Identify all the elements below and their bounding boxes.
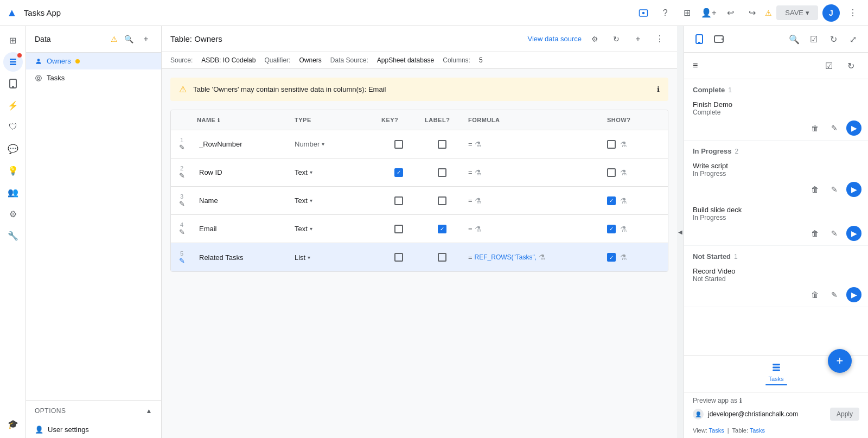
source-label: Source: bbox=[170, 56, 193, 64]
row4-label-checkbox[interactable] bbox=[438, 225, 446, 233]
tablet-preview-btn[interactable] bbox=[710, 30, 727, 48]
columns-value: 5 bbox=[479, 56, 483, 64]
redo-btn[interactable]: ↪ bbox=[743, 4, 761, 22]
go-task-record-video-btn[interactable]: ▶ bbox=[846, 287, 861, 302]
row1-show-checkbox[interactable] bbox=[607, 140, 616, 149]
tasks-nav-label: Tasks bbox=[768, 376, 783, 382]
row2-key-checkbox[interactable] bbox=[394, 168, 403, 177]
task-record-video-title: Record Video bbox=[693, 267, 859, 275]
add-task-fab[interactable]: + bbox=[828, 349, 852, 373]
sidebar-icon-graduation[interactable]: 🎓 bbox=[3, 414, 23, 434]
content-area: Table: Owners View data source ⚙ ↻ + ⋮ S… bbox=[162, 26, 677, 438]
row4-name-input[interactable] bbox=[197, 223, 286, 235]
row2-type-select[interactable]: Text bbox=[295, 168, 308, 176]
row5-show-checkbox[interactable] bbox=[607, 253, 616, 262]
row1-label-checkbox[interactable] bbox=[438, 140, 446, 149]
row3-label-checkbox[interactable] bbox=[438, 196, 446, 205]
view-data-source-link[interactable]: View data source bbox=[528, 35, 582, 43]
row1-formula-flask-icon: ⚗ bbox=[475, 140, 482, 149]
sidebar-icon-data[interactable] bbox=[3, 52, 23, 72]
view-tasks-link[interactable]: Tasks bbox=[709, 427, 724, 434]
delete-task-finish-demo-btn[interactable]: 🗑 bbox=[807, 120, 822, 136]
data-search-btn[interactable]: 🔍 bbox=[122, 33, 135, 46]
row5-name-input[interactable] bbox=[197, 251, 286, 264]
filter-refresh-btn[interactable]: ↻ bbox=[842, 57, 859, 74]
refresh-preview-btn[interactable]: ↻ bbox=[825, 30, 842, 48]
sidebar-icon-mobile[interactable] bbox=[3, 74, 23, 93]
row1-name-input[interactable] bbox=[197, 138, 286, 150]
delete-task-build-slide-deck-btn[interactable]: 🗑 bbox=[807, 226, 822, 241]
sidebar-icon-settings[interactable]: ⚙ bbox=[3, 204, 23, 224]
sidebar-icon-grid[interactable]: ⊞ bbox=[3, 30, 23, 50]
table-tasks-link[interactable]: Tasks bbox=[750, 427, 765, 434]
info-icon[interactable]: ℹ bbox=[657, 85, 660, 93]
row3-show-checkbox[interactable] bbox=[607, 196, 616, 205]
apply-button[interactable]: Apply bbox=[830, 408, 859, 421]
delete-task-write-script-btn[interactable]: 🗑 bbox=[807, 182, 822, 197]
row5-show-flask-icon: ⚗ bbox=[620, 253, 627, 262]
edit-row1-icon[interactable]: ✎ bbox=[177, 143, 187, 151]
save-button[interactable]: SAVE ▾ bbox=[776, 5, 818, 20]
row1-key-checkbox[interactable] bbox=[394, 140, 403, 149]
row5-label-checkbox[interactable] bbox=[438, 253, 446, 262]
user-avatar[interactable]: J bbox=[822, 4, 840, 22]
data-panel-header: Data ⚠ 🔍 + bbox=[26, 26, 161, 53]
sidebar-icon-chat[interactable]: 💬 bbox=[3, 139, 23, 158]
edit-row3-icon[interactable]: ✎ bbox=[177, 200, 187, 208]
row2-name-input[interactable] bbox=[197, 166, 286, 179]
data-table: NAME ℹ TYPE KEY? LABEL? FORMULA SHOW? 1✎… bbox=[170, 110, 668, 272]
delete-task-record-video-btn[interactable]: 🗑 bbox=[807, 287, 822, 302]
row5-key-checkbox[interactable] bbox=[394, 253, 403, 262]
task-finish-demo: Finish Demo Complete bbox=[684, 96, 868, 118]
sidebar-icon-bulb[interactable]: 💡 bbox=[3, 161, 23, 180]
panel-collapse-btn[interactable]: ◀ bbox=[677, 26, 684, 438]
sidebar-icon-users[interactable]: 👥 bbox=[3, 182, 23, 202]
row4-show-checkbox[interactable] bbox=[607, 225, 616, 233]
filter-icon[interactable]: ≡ bbox=[693, 61, 698, 71]
row2-show-checkbox[interactable] bbox=[607, 168, 616, 177]
tasks-nav-tab[interactable]: Tasks bbox=[759, 360, 794, 388]
undo-btn[interactable]: ↩ bbox=[722, 4, 739, 22]
data-add-btn[interactable]: + bbox=[139, 33, 152, 46]
sidebar-icon-security[interactable]: 🛡 bbox=[3, 117, 23, 137]
data-item-tasks[interactable]: Tasks bbox=[26, 69, 161, 86]
row5-type-select[interactable]: List bbox=[295, 253, 305, 262]
row4-type-select[interactable]: Text bbox=[295, 225, 308, 233]
go-task-build-slide-deck-btn[interactable]: ▶ bbox=[846, 226, 861, 241]
mobile-preview-btn[interactable] bbox=[691, 30, 708, 48]
checkbox-preview-btn[interactable]: ☑ bbox=[805, 30, 822, 48]
row3-name-input[interactable] bbox=[197, 194, 286, 207]
table-row: 3✎ Text ▾ = ⚗ ⚗ bbox=[171, 187, 668, 215]
more-options-btn[interactable]: ⋮ bbox=[844, 4, 861, 22]
edit-row5-icon[interactable]: ✎ bbox=[177, 257, 187, 265]
go-task-write-script-btn[interactable]: ▶ bbox=[846, 182, 861, 197]
row2-label-checkbox[interactable] bbox=[438, 168, 446, 177]
user-settings-item[interactable]: 👤 User settings bbox=[26, 421, 161, 438]
sidebar-icon-tools[interactable]: 🔧 bbox=[3, 226, 23, 245]
edit-task-write-script-btn[interactable]: ✎ bbox=[827, 182, 842, 197]
help-icon-btn[interactable]: ? bbox=[656, 4, 674, 22]
more-column-btn[interactable]: ⋮ bbox=[651, 30, 668, 48]
data-item-owners[interactable]: Owners bbox=[26, 53, 161, 69]
edit-row4-icon[interactable]: ✎ bbox=[177, 228, 187, 236]
row4-key-checkbox[interactable] bbox=[394, 225, 403, 233]
grid-icon-btn[interactable]: ⊞ bbox=[678, 4, 695, 22]
row3-type-select[interactable]: Text bbox=[295, 196, 308, 205]
table-header: NAME ℹ TYPE KEY? LABEL? FORMULA SHOW? bbox=[171, 110, 668, 130]
edit-task-finish-demo-btn[interactable]: ✎ bbox=[827, 120, 842, 136]
external-link-btn[interactable]: ⤢ bbox=[844, 30, 861, 48]
preview-icon-btn[interactable] bbox=[635, 4, 652, 22]
edit-row2-icon[interactable]: ✎ bbox=[177, 172, 187, 180]
settings-icon-btn[interactable]: ⚙ bbox=[586, 30, 603, 48]
sidebar-icon-automation[interactable]: ⚡ bbox=[3, 96, 23, 115]
row3-key-checkbox[interactable] bbox=[394, 196, 403, 205]
add-column-btn[interactable]: + bbox=[629, 30, 647, 48]
search-preview-btn[interactable]: 🔍 bbox=[786, 30, 803, 48]
edit-task-record-video-btn[interactable]: ✎ bbox=[827, 287, 842, 302]
edit-task-build-slide-deck-btn[interactable]: ✎ bbox=[827, 226, 842, 241]
filter-check-btn[interactable]: ☑ bbox=[820, 57, 838, 74]
row1-type-select[interactable]: Number bbox=[295, 140, 320, 148]
refresh-icon-btn[interactable]: ↻ bbox=[608, 30, 625, 48]
go-task-finish-demo-btn[interactable]: ▶ bbox=[846, 120, 861, 136]
add-user-icon-btn[interactable]: 👤+ bbox=[700, 4, 717, 22]
